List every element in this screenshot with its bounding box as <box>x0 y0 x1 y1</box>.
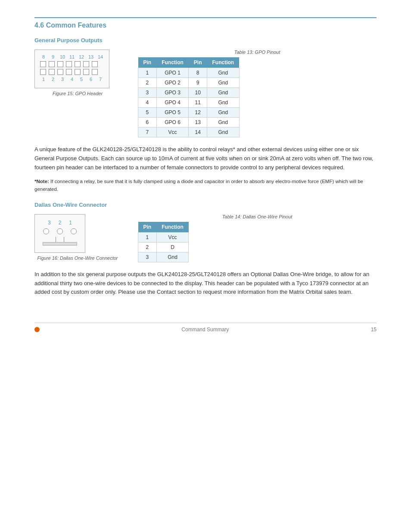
page-number: 15 <box>371 327 377 333</box>
gpo-box-8 <box>40 69 46 75</box>
gpo-box-10 <box>57 69 63 75</box>
table-row: 2D <box>138 242 189 252</box>
table-cell: 7 <box>138 128 157 137</box>
dallas-th-pin: Pin <box>138 222 157 233</box>
table-cell: GPO 2 <box>156 78 189 88</box>
gpo-figure-caption: Figure 15: GPO Header <box>34 91 121 96</box>
dallas-top-numbers: 3 2 1 <box>43 220 77 226</box>
table-cell: 10 <box>189 88 207 98</box>
table-cell: 2 <box>138 78 157 88</box>
gpo-box-2 <box>49 61 55 67</box>
gpo-box-3 <box>57 61 63 67</box>
gpo-bottom-boxes <box>40 69 104 75</box>
gpo-header-figure: 8 9 10 11 12 13 14 <box>34 50 109 88</box>
gpo-figure-area: 8 9 10 11 12 13 14 <box>34 50 121 96</box>
table-row: 1Vcc <box>138 232 189 242</box>
gpo-table-area: Table 13: GPO Pinout Pin Function Pin Fu… <box>138 50 377 137</box>
gpo-box-12 <box>75 69 81 75</box>
table-cell: 8 <box>189 68 207 78</box>
dallas-table-area: Table 14: Dallas One-Wire Pinout Pin Fun… <box>138 214 377 262</box>
table-cell: GPO 1 <box>156 68 189 78</box>
gpo-num-2: 2 <box>50 77 56 82</box>
dallas-lines <box>43 237 77 242</box>
note-paragraph: *Note: If connecting a relay, be sure th… <box>34 178 377 193</box>
page-footer: Command Summary 15 <box>34 323 377 333</box>
dallas-circles-row <box>43 228 77 234</box>
table-cell: Vcc <box>156 232 189 242</box>
dallas-circle-2 <box>57 228 63 234</box>
dallas-circle-3 <box>71 228 77 234</box>
gpo-box-13 <box>83 69 89 75</box>
gpo-box-14 <box>92 69 98 75</box>
table-cell: 9 <box>189 78 207 88</box>
table-cell: GPO 4 <box>156 98 189 108</box>
table-cell: Gnd <box>207 68 240 78</box>
gpo-top-numbers: 8 9 10 11 12 13 14 <box>40 54 104 59</box>
gpo-num-13: 13 <box>87 54 94 59</box>
table-row: 2GPO 29Gnd <box>138 78 240 88</box>
table-cell: Gnd <box>207 88 240 98</box>
gpo-table: Pin Function Pin Function 1GPO 18Gnd2GPO… <box>138 57 240 137</box>
table-cell: Gnd <box>207 118 240 128</box>
note-label: *Note: <box>34 179 49 184</box>
note-content: If connecting a relay, be sure that it i… <box>34 179 363 191</box>
table-row: 1GPO 18Gnd <box>138 68 240 78</box>
gpo-num-10: 10 <box>59 54 66 59</box>
gpo-subtitle: General Purpose Outputs <box>34 37 377 44</box>
dallas-base <box>43 242 77 246</box>
gpo-box-5 <box>75 61 81 67</box>
table-cell: GPO 3 <box>156 88 189 98</box>
table-cell: 6 <box>138 118 157 128</box>
gpo-section: 8 9 10 11 12 13 14 <box>34 50 377 137</box>
table-cell: 11 <box>189 98 207 108</box>
gpo-th-pin1: Pin <box>138 57 157 68</box>
gpo-num-1: 1 <box>40 77 47 82</box>
dallas-line-1 <box>56 237 56 242</box>
gpo-num-12: 12 <box>78 54 85 59</box>
gpo-box-9 <box>49 69 55 75</box>
table-row: 4GPO 411Gnd <box>138 98 240 108</box>
table-row: 6GPO 613Gnd <box>138 118 240 128</box>
table-cell: GPO 5 <box>156 108 189 118</box>
table-cell: 2 <box>138 242 157 252</box>
gpo-num-7: 7 <box>97 77 104 82</box>
body-paragraph-2: In addition to the six general purpose o… <box>34 270 377 297</box>
gpo-box-11 <box>66 69 72 75</box>
table-cell: 13 <box>189 118 207 128</box>
table-cell: Gnd <box>207 98 240 108</box>
table-cell: D <box>156 242 189 252</box>
gpo-num-6: 6 <box>87 77 94 82</box>
section-title: 4.6 Common Features <box>34 17 377 29</box>
table-cell: 3 <box>138 252 157 262</box>
table-row: 3Gnd <box>138 252 189 262</box>
gpo-num-5: 5 <box>78 77 85 82</box>
table-cell: Gnd <box>207 78 240 88</box>
table-cell: Vcc <box>156 128 189 137</box>
dallas-table: Pin Function 1Vcc2D3Gnd <box>138 222 189 262</box>
dallas-subtitle: Dallas One-Wire Connector <box>34 202 377 208</box>
gpo-box-4 <box>66 61 72 67</box>
dallas-figure-area: 3 2 1 Figure 16: Dallas One-Wire Connect… <box>34 214 121 261</box>
gpo-num-8: 8 <box>40 54 47 59</box>
dallas-num-2: 2 <box>59 220 62 226</box>
table-cell: 1 <box>138 68 157 78</box>
dallas-num-3: 3 <box>48 220 51 226</box>
gpo-th-pin2: Pin <box>189 57 207 68</box>
table-cell: Gnd <box>207 128 240 137</box>
footer-label: Command Summary <box>181 327 229 333</box>
table-cell: Gnd <box>156 252 189 262</box>
dallas-table-caption: Table 14: Dallas One-Wire Pinout <box>138 214 377 219</box>
table-cell: 14 <box>189 128 207 137</box>
dallas-section: 3 2 1 Figure 16: Dallas One-Wire Connect… <box>34 214 377 262</box>
table-cell: 1 <box>138 232 157 242</box>
table-cell: 3 <box>138 88 157 98</box>
dallas-th-function: Function <box>156 222 189 233</box>
gpo-table-caption: Table 13: GPO Pinout <box>138 50 377 55</box>
gpo-th-function1: Function <box>156 57 189 68</box>
gpo-num-14: 14 <box>97 54 104 59</box>
gpo-box-1 <box>40 61 46 67</box>
table-cell: 5 <box>138 108 157 118</box>
dallas-figure-caption: Figure 16: Dallas One-Wire Connector <box>34 255 121 261</box>
table-cell: 4 <box>138 98 157 108</box>
table-cell: Gnd <box>207 108 240 118</box>
